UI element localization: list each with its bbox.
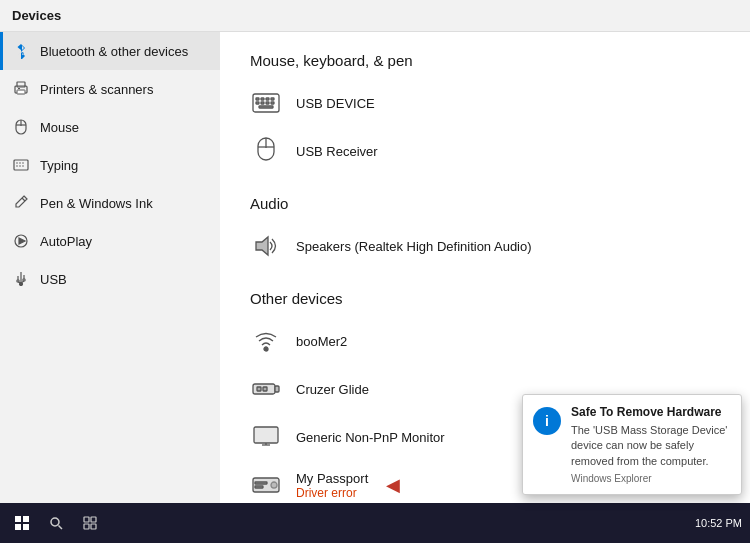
pen-icon xyxy=(12,194,30,212)
toast-title: Safe To Remove Hardware xyxy=(571,405,731,419)
svg-point-39 xyxy=(264,347,268,351)
list-item: USB DEVICE xyxy=(250,79,720,127)
device-name: Cruzer Glide xyxy=(296,382,369,397)
search-taskbar-icon[interactable] xyxy=(40,507,72,539)
list-item: booMer2 xyxy=(250,317,720,365)
driver-error-arrow: ◀ xyxy=(386,474,400,496)
toast-info-icon: i xyxy=(533,407,561,435)
svg-rect-33 xyxy=(271,102,274,104)
list-item: Speakers (Realtek High Definition Audio) xyxy=(250,222,720,270)
sidebar-item-usb[interactable]: USB xyxy=(0,260,220,298)
section-title-audio: Audio xyxy=(250,175,720,222)
device-info: My Passport Driver error xyxy=(296,471,368,500)
section-title-mouse-keyboard: Mouse, keyboard, & pen xyxy=(250,32,720,79)
svg-rect-2 xyxy=(17,90,25,94)
autoplay-icon xyxy=(12,232,30,250)
toast-notification: i Safe To Remove Hardware The 'USB Mass … xyxy=(522,394,742,495)
svg-rect-56 xyxy=(15,516,21,522)
sidebar-item-label: AutoPlay xyxy=(40,234,92,249)
device-name: Generic Non-PnP Monitor xyxy=(296,430,445,445)
svg-rect-42 xyxy=(257,387,261,391)
svg-rect-59 xyxy=(23,524,29,530)
sidebar-item-label: Typing xyxy=(40,158,78,173)
sidebar-item-label: Printers & scanners xyxy=(40,82,153,97)
svg-rect-62 xyxy=(84,517,89,522)
svg-marker-16 xyxy=(19,238,25,244)
svg-rect-27 xyxy=(261,98,264,100)
sidebar-item-autoplay[interactable]: AutoPlay xyxy=(0,222,220,260)
svg-rect-44 xyxy=(254,427,278,443)
keyboard-nav-icon xyxy=(12,156,30,174)
title-label: Devices xyxy=(12,8,61,23)
svg-rect-7 xyxy=(14,160,28,170)
usb-nav-icon xyxy=(12,270,30,288)
svg-rect-41 xyxy=(275,386,279,392)
svg-line-14 xyxy=(22,198,25,201)
svg-rect-31 xyxy=(261,102,264,104)
svg-rect-57 xyxy=(23,516,29,522)
svg-rect-63 xyxy=(91,517,96,522)
svg-rect-32 xyxy=(266,102,269,104)
toast-source: Windows Explorer xyxy=(571,473,731,484)
svg-rect-29 xyxy=(271,98,274,100)
hdd-icon xyxy=(250,469,282,501)
task-view-icon[interactable] xyxy=(74,507,106,539)
device-info: Cruzer Glide xyxy=(296,382,369,397)
svg-line-61 xyxy=(59,526,63,530)
title-bar: Devices xyxy=(0,0,750,32)
device-info: Speakers (Realtek High Definition Audio) xyxy=(296,239,532,254)
svg-rect-65 xyxy=(91,524,96,529)
start-button[interactable] xyxy=(6,507,38,539)
device-info: booMer2 xyxy=(296,334,347,349)
sidebar-item-mouse[interactable]: Mouse xyxy=(0,108,220,146)
keyboard-icon xyxy=(250,87,282,119)
list-item: USB Receiver xyxy=(250,127,720,175)
sidebar-item-typing[interactable]: Typing xyxy=(0,146,220,184)
svg-rect-28 xyxy=(266,98,269,100)
device-info: USB Receiver xyxy=(296,144,378,159)
sidebar-item-pen[interactable]: Pen & Windows Ink xyxy=(0,184,220,222)
svg-point-48 xyxy=(271,482,277,488)
svg-rect-49 xyxy=(255,482,267,484)
device-name: Speakers (Realtek High Definition Audio) xyxy=(296,239,532,254)
sidebar-item-bluetooth[interactable]: Bluetooth & other devices xyxy=(0,32,220,70)
printer-icon xyxy=(12,80,30,98)
device-error-label: Driver error xyxy=(296,486,368,500)
wireless-icon xyxy=(250,325,282,357)
sidebar: Bluetooth & other devices Printers & sca… xyxy=(0,32,220,503)
section-title-other: Other devices xyxy=(250,270,720,317)
sidebar-item-label: Pen & Windows Ink xyxy=(40,196,153,211)
bluetooth-icon xyxy=(12,42,30,60)
svg-rect-34 xyxy=(259,106,273,108)
device-name: booMer2 xyxy=(296,334,347,349)
device-name: USB DEVICE xyxy=(296,96,375,111)
mouse-device-icon xyxy=(250,135,282,167)
sidebar-item-label: Mouse xyxy=(40,120,79,135)
toast-body: The 'USB Mass Storage Device' device can… xyxy=(571,423,731,469)
device-info: Generic Non-PnP Monitor xyxy=(296,430,445,445)
svg-rect-3 xyxy=(18,88,20,89)
svg-point-60 xyxy=(51,518,59,526)
monitor-icon xyxy=(250,421,282,453)
sidebar-item-printers[interactable]: Printers & scanners xyxy=(0,70,220,108)
svg-rect-26 xyxy=(256,98,259,100)
toast-content: Safe To Remove Hardware The 'USB Mass St… xyxy=(571,405,731,484)
taskbar-time: 10:52 PM xyxy=(695,517,742,529)
svg-marker-38 xyxy=(256,237,268,255)
speaker-icon xyxy=(250,230,282,262)
taskbar: 10:52 PM xyxy=(0,503,750,543)
svg-rect-58 xyxy=(15,524,21,530)
svg-rect-21 xyxy=(23,279,25,281)
svg-point-24 xyxy=(20,283,23,286)
device-info: USB DEVICE xyxy=(296,96,375,111)
svg-rect-30 xyxy=(256,102,259,104)
usb-drive-icon xyxy=(250,373,282,405)
svg-rect-64 xyxy=(84,524,89,529)
sidebar-item-label: USB xyxy=(40,272,67,287)
mouse-nav-icon xyxy=(12,118,30,136)
sidebar-item-label: Bluetooth & other devices xyxy=(40,44,188,59)
device-name: My Passport xyxy=(296,471,368,486)
svg-rect-50 xyxy=(255,486,263,488)
device-name: USB Receiver xyxy=(296,144,378,159)
svg-rect-43 xyxy=(263,387,267,391)
